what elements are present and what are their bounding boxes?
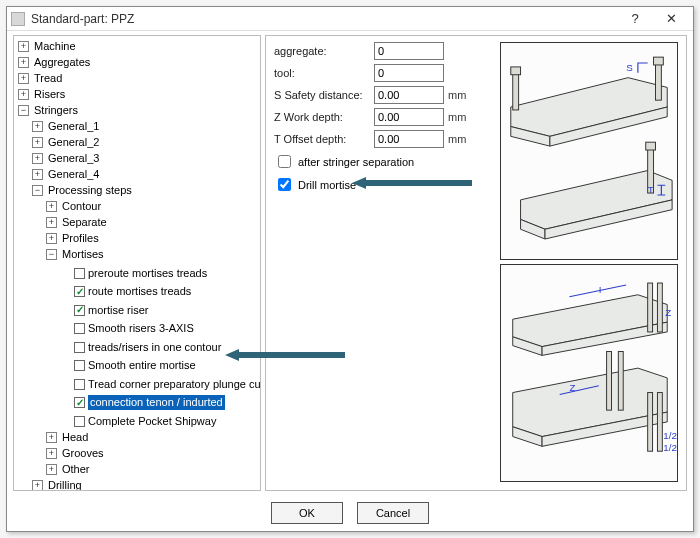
tree-machine[interactable]: Machine bbox=[34, 39, 76, 54]
tree-tread[interactable]: Tread bbox=[34, 71, 62, 86]
svg-text:Z: Z bbox=[665, 307, 671, 318]
svg-rect-13 bbox=[607, 351, 612, 410]
expand-icon[interactable]: + bbox=[32, 169, 43, 180]
svg-rect-17 bbox=[657, 393, 662, 452]
aggregate-input[interactable] bbox=[374, 42, 444, 60]
close-button[interactable]: ✕ bbox=[653, 8, 689, 30]
tree[interactable]: +Machine +Aggregates +Tread +Risers −Str… bbox=[16, 38, 258, 491]
tree-contour[interactable]: Contour bbox=[62, 199, 101, 214]
diagram-top: S T bbox=[500, 42, 678, 260]
safety-label: S Safety distance: bbox=[274, 89, 374, 101]
expand-icon[interactable]: + bbox=[32, 480, 43, 491]
tool-input[interactable] bbox=[374, 64, 444, 82]
expand-icon[interactable]: + bbox=[32, 121, 43, 132]
expand-icon[interactable]: + bbox=[46, 233, 57, 244]
collapse-icon[interactable]: − bbox=[32, 185, 43, 196]
svg-text:T: T bbox=[648, 184, 654, 195]
checkbox[interactable] bbox=[74, 305, 85, 316]
tree-mortises[interactable]: Mortises bbox=[62, 247, 104, 262]
svg-rect-7 bbox=[646, 142, 656, 150]
svg-rect-9 bbox=[648, 283, 653, 332]
tree-panel: +Machine +Aggregates +Tread +Risers −Str… bbox=[13, 35, 261, 491]
drill-mortise-checkbox[interactable] bbox=[278, 178, 291, 191]
tree-m6[interactable]: Tread corner preparatory plunge cut bbox=[88, 377, 261, 392]
safety-input[interactable] bbox=[374, 86, 444, 104]
params-group: aggregate: tool: S Safety distance:mm Z … bbox=[265, 35, 687, 491]
tree-m0[interactable]: preroute mortises treads bbox=[88, 266, 207, 281]
tree-general2[interactable]: General_2 bbox=[48, 135, 99, 150]
tree-grooves[interactable]: Grooves bbox=[62, 446, 104, 461]
workdepth-unit: mm bbox=[448, 111, 472, 123]
svg-text:I: I bbox=[599, 284, 602, 295]
svg-marker-0 bbox=[352, 177, 472, 189]
svg-rect-16 bbox=[648, 393, 653, 452]
checkbox[interactable] bbox=[74, 342, 85, 353]
checkbox[interactable] bbox=[74, 397, 85, 408]
ok-button[interactable]: OK bbox=[271, 502, 343, 524]
drill-mortise-label: Drill mortise bbox=[298, 179, 356, 191]
tool-label: tool: bbox=[274, 67, 374, 79]
expand-icon[interactable]: + bbox=[32, 153, 43, 164]
tree-aggregates[interactable]: Aggregates bbox=[34, 55, 90, 70]
tree-other[interactable]: Other bbox=[62, 462, 90, 477]
svg-rect-4 bbox=[511, 67, 521, 75]
tree-psteps[interactable]: Processing steps bbox=[48, 183, 132, 198]
tree-m1[interactable]: route mortises treads bbox=[88, 284, 191, 299]
window-title: Standard-part: PPZ bbox=[31, 12, 617, 26]
expand-icon[interactable]: + bbox=[18, 41, 29, 52]
expand-icon[interactable]: + bbox=[46, 201, 57, 212]
tree-m3[interactable]: Smooth risers 3-AXIS bbox=[88, 321, 194, 336]
tree-risers[interactable]: Risers bbox=[34, 87, 65, 102]
expand-icon[interactable]: + bbox=[46, 217, 57, 228]
collapse-icon[interactable]: − bbox=[46, 249, 57, 260]
expand-icon[interactable]: + bbox=[18, 73, 29, 84]
after-separation-label: after stringer separation bbox=[298, 156, 414, 168]
expand-icon[interactable]: + bbox=[32, 137, 43, 148]
checkbox[interactable] bbox=[74, 323, 85, 334]
expand-icon[interactable]: + bbox=[18, 57, 29, 68]
svg-rect-1 bbox=[655, 61, 661, 100]
svg-text:S: S bbox=[626, 62, 633, 73]
offset-input[interactable] bbox=[374, 130, 444, 148]
tree-m2[interactable]: mortise riser bbox=[88, 303, 149, 318]
tree-m7-selected[interactable]: connection tenon / indurted bbox=[88, 395, 225, 410]
tree-drilling[interactable]: Drilling bbox=[48, 478, 82, 492]
tree-general4[interactable]: General_4 bbox=[48, 167, 99, 182]
tree-m5[interactable]: Smooth entire mortise bbox=[88, 358, 196, 373]
tree-head[interactable]: Head bbox=[62, 430, 88, 445]
workdepth-input[interactable] bbox=[374, 108, 444, 126]
dialog-buttons: OK Cancel bbox=[7, 495, 693, 531]
titlebar: Standard-part: PPZ ? ✕ bbox=[7, 7, 693, 31]
tree-general3[interactable]: General_3 bbox=[48, 151, 99, 166]
svg-rect-3 bbox=[513, 71, 519, 110]
svg-rect-14 bbox=[618, 351, 623, 410]
tree-general1[interactable]: General_1 bbox=[48, 119, 99, 134]
collapse-icon[interactable]: − bbox=[18, 105, 29, 116]
expand-icon[interactable]: + bbox=[18, 89, 29, 100]
offset-label: T Offset depth: bbox=[274, 133, 374, 145]
expand-icon[interactable]: + bbox=[46, 432, 57, 443]
tree-separate[interactable]: Separate bbox=[62, 215, 107, 230]
checkbox[interactable] bbox=[74, 416, 85, 427]
cancel-button[interactable]: Cancel bbox=[357, 502, 429, 524]
checkbox[interactable] bbox=[74, 360, 85, 371]
tree-stringers[interactable]: Stringers bbox=[34, 103, 78, 118]
expand-icon[interactable]: + bbox=[46, 464, 57, 475]
svg-rect-10 bbox=[657, 283, 662, 332]
detail-panel: aggregate: tool: S Safety distance:mm Z … bbox=[265, 35, 687, 491]
after-separation-checkbox[interactable] bbox=[278, 155, 291, 168]
svg-rect-2 bbox=[654, 57, 664, 65]
workdepth-label: Z Work depth: bbox=[274, 111, 374, 123]
expand-icon[interactable]: + bbox=[46, 448, 57, 459]
tree-m8[interactable]: Complete Pocket Shipway bbox=[88, 414, 216, 429]
annotation-arrow-icon bbox=[352, 176, 472, 190]
help-button[interactable]: ? bbox=[617, 8, 653, 30]
diagram-bottom: I Z Z 1/2 1/2 bbox=[500, 264, 678, 482]
checkbox[interactable] bbox=[74, 379, 85, 390]
checkbox[interactable] bbox=[74, 268, 85, 279]
svg-text:1/2: 1/2 bbox=[663, 442, 677, 453]
checkbox[interactable] bbox=[74, 286, 85, 297]
tree-m4[interactable]: treads/risers in one contour bbox=[88, 340, 221, 355]
tree-profiles[interactable]: Profiles bbox=[62, 231, 99, 246]
app-icon bbox=[11, 12, 25, 26]
